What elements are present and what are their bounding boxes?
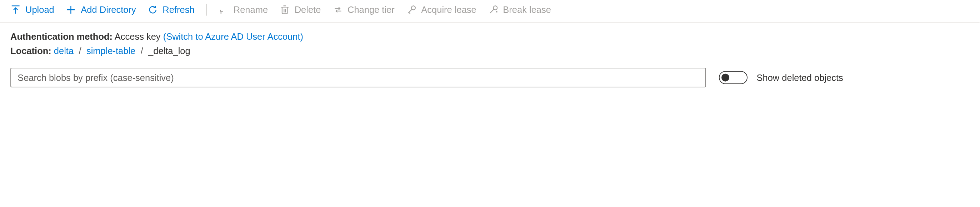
upload-label: Upload bbox=[25, 5, 54, 15]
search-row: Show deleted objects bbox=[0, 62, 980, 96]
auth-switch-link[interactable]: (Switch to Azure AD User Account) bbox=[163, 31, 303, 42]
show-deleted-toggle-wrap: Show deleted objects bbox=[719, 71, 843, 84]
location-row: Location: delta / simple-table / _delta_… bbox=[10, 44, 969, 59]
blob-table: Name Modified Access tier Archive status… bbox=[0, 96, 980, 97]
toolbar: Upload Add Directory Refresh Rename bbox=[0, 0, 980, 23]
refresh-button[interactable]: Refresh bbox=[148, 5, 194, 15]
rename-label: Rename bbox=[234, 5, 268, 15]
breadcrumb-0[interactable]: delta bbox=[54, 46, 73, 56]
breadcrumb-sep: / bbox=[76, 46, 84, 56]
trash-icon bbox=[280, 5, 290, 15]
add-directory-label: Add Directory bbox=[81, 5, 136, 15]
breadcrumb-current: _delta_log bbox=[148, 46, 190, 56]
break-lease-icon bbox=[488, 5, 499, 15]
toggle-knob bbox=[721, 74, 729, 81]
rename-button: Rename bbox=[219, 5, 268, 15]
auth-label: Authentication method: bbox=[10, 31, 113, 42]
refresh-label: Refresh bbox=[162, 5, 194, 15]
svg-line-10 bbox=[408, 9, 412, 13]
acquire-lease-icon bbox=[406, 5, 417, 15]
delete-button: Delete bbox=[280, 5, 321, 15]
rename-icon bbox=[219, 5, 229, 15]
show-deleted-label: Show deleted objects bbox=[756, 72, 843, 83]
change-tier-button: Change tier bbox=[332, 5, 395, 15]
acquire-lease-button: Acquire lease bbox=[406, 5, 476, 15]
location-label: Location: bbox=[10, 46, 51, 56]
svg-line-11 bbox=[409, 13, 410, 14]
plus-icon bbox=[66, 5, 76, 15]
add-directory-button[interactable]: Add Directory bbox=[66, 5, 136, 15]
search-input[interactable] bbox=[10, 68, 706, 87]
table-header: Name Modified Access tier Archive status… bbox=[0, 96, 980, 97]
delete-label: Delete bbox=[294, 5, 321, 15]
refresh-icon bbox=[148, 5, 158, 15]
break-lease-label: Break lease bbox=[503, 5, 551, 15]
show-deleted-toggle[interactable] bbox=[719, 71, 748, 84]
upload-icon bbox=[10, 5, 21, 15]
change-tier-label: Change tier bbox=[347, 5, 395, 15]
change-tier-icon bbox=[332, 5, 343, 15]
toolbar-separator bbox=[206, 4, 207, 16]
upload-button[interactable]: Upload bbox=[10, 5, 54, 15]
auth-value: Access key bbox=[115, 31, 161, 42]
breadcrumb-sep: / bbox=[138, 46, 146, 56]
break-lease-button: Break lease bbox=[488, 5, 551, 15]
auth-row: Authentication method: Access key (Switc… bbox=[10, 29, 969, 44]
info-section: Authentication method: Access key (Switc… bbox=[0, 23, 980, 63]
svg-rect-4 bbox=[282, 7, 288, 14]
acquire-lease-label: Acquire lease bbox=[421, 5, 476, 15]
svg-line-13 bbox=[490, 9, 494, 13]
breadcrumb-1[interactable]: simple-table bbox=[86, 46, 135, 56]
